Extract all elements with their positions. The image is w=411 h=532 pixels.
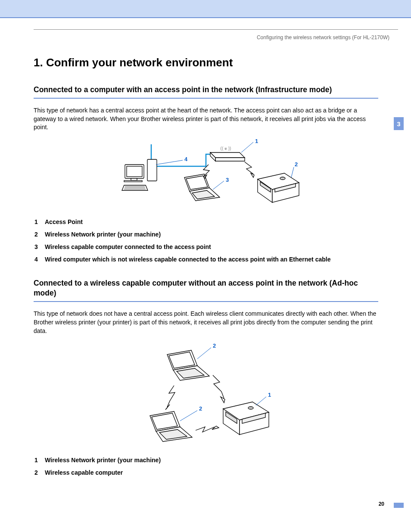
top-bar (0, 0, 411, 18)
adhoc-paragraph: This type of network does not have a cen… (34, 310, 378, 336)
svg-line-16 (180, 411, 197, 421)
adhoc-label-top: 2 (213, 342, 216, 349)
footer-tab (394, 503, 404, 508)
infra-paragraph: This type of network has a central acces… (34, 106, 378, 132)
svg-line-17 (256, 397, 266, 405)
infra-legend: 1Access Point 2Wireless Network printer … (34, 218, 378, 264)
adhoc-label-bottom: 2 (199, 405, 202, 412)
svg-rect-3 (124, 180, 142, 182)
svg-point-9 (280, 177, 285, 180)
infra-label-3: 3 (226, 177, 229, 183)
adhoc-heading: Connected to a wireless capable computer… (34, 278, 378, 302)
adhoc-diagram: 2 2 1 (128, 342, 283, 449)
svg-text:(( ɐ )): (( ɐ )) (221, 146, 231, 151)
svg-line-10 (241, 142, 253, 152)
page-number: 20 (379, 501, 384, 507)
legend-item: 1Wireless Network printer (your machine) (34, 456, 378, 464)
adhoc-label-printer: 1 (268, 392, 271, 398)
infra-label-1: 1 (255, 138, 258, 144)
svg-line-13 (156, 160, 183, 165)
page-content: 1. Confirm your network environment Conn… (34, 56, 378, 491)
legend-item: 3Wireless capable computer connected to … (34, 243, 378, 251)
svg-rect-2 (131, 178, 137, 180)
infra-label-4: 4 (184, 156, 188, 162)
header-rule (34, 29, 398, 30)
adhoc-legend: 1Wireless Network printer (your machine)… (34, 456, 378, 477)
infra-heading: Connected to a computer with an access p… (34, 85, 378, 99)
legend-item: 4Wired computer which is not wireless ca… (34, 255, 378, 264)
svg-line-11 (291, 167, 294, 177)
infra-diagram: (( ɐ )) 1 2 (111, 138, 301, 211)
page-header: Configuring the wireless network setting… (257, 34, 389, 40)
svg-line-15 (197, 348, 211, 359)
svg-line-12 (213, 181, 224, 190)
legend-item: 1Access Point (34, 218, 378, 226)
chapter-tab: 3 (394, 117, 404, 130)
legend-item: 2Wireless Network printer (your machine) (34, 230, 378, 239)
svg-rect-1 (127, 166, 142, 177)
legend-item: 2Wireless capable computer (34, 469, 378, 477)
section-title: 1. Confirm your network environment (34, 56, 378, 69)
svg-rect-4 (147, 159, 157, 181)
infra-label-2: 2 (295, 161, 298, 168)
svg-point-14 (248, 407, 253, 409)
